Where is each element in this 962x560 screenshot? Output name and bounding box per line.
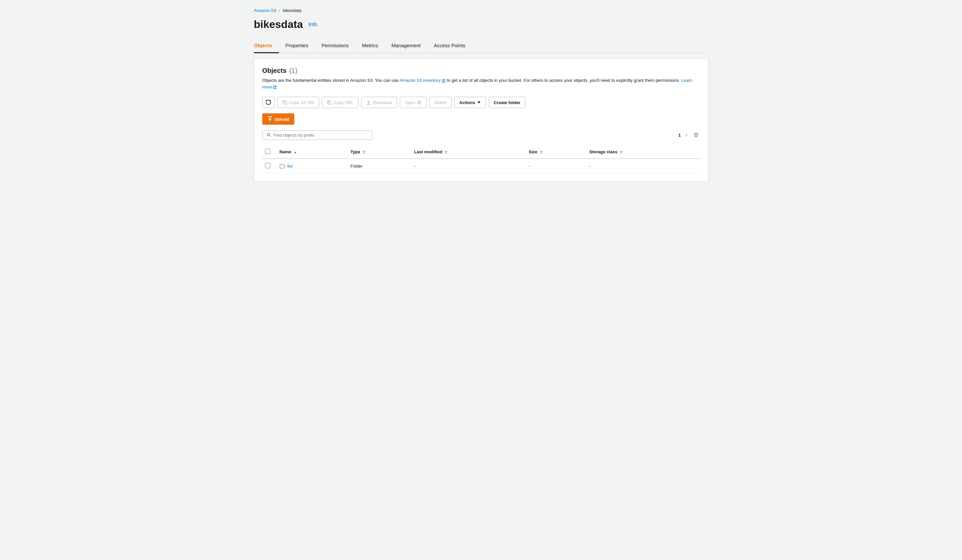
card-header: Objects (1)	[262, 67, 700, 74]
col-type-label: Type	[350, 149, 360, 154]
pagination-prev-button[interactable]: ‹	[670, 131, 676, 139]
tab-properties[interactable]: Properties	[279, 39, 315, 53]
col-name-sort-icon[interactable]: ▲	[294, 150, 297, 154]
delete-label: Delete	[434, 100, 447, 105]
col-size: Size ▽	[525, 145, 585, 159]
search-row: ‹ 1 › ⚙	[262, 130, 700, 140]
col-type: Type ▽	[347, 145, 410, 159]
row-checkbox[interactable]	[265, 163, 270, 168]
search-box	[262, 130, 372, 140]
col-storage-class-label: Storage class	[589, 149, 618, 154]
info-link[interactable]: Info	[308, 22, 317, 27]
pagination-controls: ‹ 1 › ⚙	[670, 130, 700, 140]
col-last-modified-label: Last modified	[414, 149, 442, 154]
refresh-button[interactable]	[262, 97, 275, 108]
col-type-sort-icon[interactable]: ▽	[363, 150, 365, 154]
tab-metrics[interactable]: Metrics	[355, 39, 385, 53]
open-label: Open	[405, 100, 415, 105]
row-size: -	[529, 164, 530, 169]
open-button[interactable]: Open	[400, 97, 426, 108]
col-last-modified-sort-icon[interactable]: ▽	[445, 150, 447, 154]
svg-rect-0	[284, 101, 287, 104]
description-mid: to get a list of all objects in your buc…	[446, 78, 681, 83]
row-type: Folder	[350, 164, 363, 169]
col-name-label: Name	[279, 149, 291, 154]
page-header: bikesdata Info	[254, 18, 709, 31]
tab-management[interactable]: Management	[385, 39, 428, 53]
col-size-sort-icon[interactable]: ▽	[540, 150, 542, 154]
table-row: 4e/ Folder - - -	[262, 159, 700, 174]
card-count: (1)	[289, 67, 297, 74]
col-storage-class: Storage class ▽	[585, 145, 700, 159]
create-folder-label: Create folder	[494, 100, 520, 105]
breadcrumb-current: bikesdata	[283, 8, 302, 13]
col-last-modified: Last modified ▽	[410, 145, 525, 159]
row-name-cell: 4e/	[276, 159, 347, 174]
select-all-checkbox[interactable]	[265, 149, 270, 154]
table-header-row: Name ▲ Type ▽ Last modified ▽ Size ▽	[262, 145, 700, 159]
card-title: Objects	[262, 67, 287, 74]
search-input[interactable]	[274, 133, 368, 138]
actions-label: Actions	[459, 100, 475, 105]
col-storage-class-sort-icon[interactable]: ▽	[620, 150, 623, 154]
pagination-current: 1	[678, 133, 681, 138]
pagination-next-button[interactable]: ›	[683, 131, 689, 139]
breadcrumb-parent-link[interactable]: Amazon S3	[254, 8, 276, 13]
upload-button[interactable]: Upload	[262, 113, 294, 125]
upload-row: Upload	[262, 113, 700, 125]
col-checkbox	[262, 145, 276, 159]
row-size-cell: -	[525, 159, 585, 174]
tabs-container: Objects Properties Permissions Metrics M…	[254, 39, 709, 53]
tab-objects[interactable]: Objects	[254, 39, 279, 53]
folder-icon	[279, 164, 285, 169]
card-description: Objects are the fundamental entities sto…	[262, 77, 700, 90]
col-size-label: Size	[529, 149, 537, 154]
inventory-link[interactable]: Amazon S3 inventory	[399, 78, 441, 83]
upload-label: Upload	[274, 117, 289, 122]
breadcrumb-separator: ›	[279, 8, 280, 13]
copy-s3-uri-button[interactable]: Copy S3 URI	[278, 97, 320, 108]
download-button[interactable]: Download	[361, 97, 397, 108]
delete-button[interactable]: Delete	[429, 97, 452, 108]
col-name: Name ▲	[276, 145, 347, 159]
breadcrumb: Amazon S3 › bikesdata	[254, 8, 709, 13]
create-folder-button[interactable]: Create folder	[489, 97, 525, 108]
objects-panel: Objects (1) Objects are the fundamental …	[254, 58, 709, 182]
row-storage-class: -	[589, 164, 591, 169]
description-prefix: Objects are the fundamental entities sto…	[262, 78, 400, 83]
copy-url-label: Copy URL	[334, 100, 353, 105]
page-title: bikesdata	[254, 18, 303, 31]
actions-button[interactable]: Actions	[454, 97, 486, 108]
toolbar: Copy S3 URI Copy URL Download Open Delet…	[262, 97, 700, 108]
row-last-modified: -	[414, 164, 415, 169]
download-label: Download	[373, 100, 392, 105]
row-name-link[interactable]: 4e/	[279, 164, 342, 169]
row-storage-class-cell: -	[585, 159, 700, 174]
row-type-cell: Folder	[347, 159, 410, 174]
row-checkbox-cell	[262, 159, 276, 174]
tab-access-points[interactable]: Access Points	[428, 39, 472, 53]
svg-rect-1	[329, 101, 331, 104]
tab-permissions[interactable]: Permissions	[315, 39, 355, 53]
row-name: 4e/	[287, 164, 293, 169]
search-icon	[266, 133, 271, 137]
table-settings-button[interactable]: ⚙	[692, 130, 700, 140]
row-last-modified-cell: -	[410, 159, 525, 174]
copy-url-button[interactable]: Copy URL	[322, 97, 358, 108]
objects-table: Name ▲ Type ▽ Last modified ▽ Size ▽	[262, 145, 700, 174]
copy-s3-uri-label: Copy S3 URI	[289, 100, 315, 105]
